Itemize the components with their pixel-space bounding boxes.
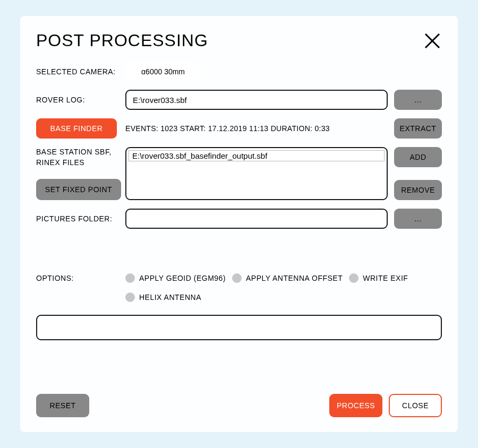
pictures-browse-button[interactable]: ... xyxy=(394,209,442,229)
add-file-button[interactable]: ADD xyxy=(394,147,442,167)
base-station-row: BASE STATION SBF, RINEX FILES SET FIXED … xyxy=(36,147,442,200)
option-apply-geoid[interactable]: APPLY GEOID (EGM96) xyxy=(125,273,226,283)
options-row-1: OPTIONS: APPLY GEOID (EGM96) APPLY ANTEN… xyxy=(36,273,442,283)
base-finder-button[interactable]: BASE FINDER xyxy=(36,118,117,139)
page-title: POST PROCESSING xyxy=(36,31,208,50)
list-item[interactable]: E:\rover033.sbf_basefinder_output.sbf xyxy=(129,150,385,161)
rover-log-input[interactable] xyxy=(125,90,388,110)
reset-button[interactable]: RESET xyxy=(36,394,89,417)
base-station-right: ADD REMOVE xyxy=(394,147,442,200)
option-label: APPLY ANTENNA OFFSET xyxy=(246,274,343,282)
pictures-folder-input[interactable] xyxy=(125,209,388,229)
footer-right: PROCESS CLOSE xyxy=(329,394,442,417)
extract-button[interactable]: EXTRACT xyxy=(394,118,442,139)
checkbox-icon xyxy=(125,292,135,302)
option-label: APPLY GEOID (EGM96) xyxy=(139,274,226,282)
base-station-left: BASE STATION SBF, RINEX FILES SET FIXED … xyxy=(36,147,125,200)
checkbox-icon xyxy=(349,273,358,283)
output-log-box[interactable] xyxy=(36,315,442,340)
checkbox-icon xyxy=(125,273,135,283)
checkbox-icon xyxy=(232,273,242,283)
set-fixed-point-button[interactable]: SET FIXED POINT xyxy=(36,179,121,200)
camera-value[interactable]: α6000 30mm xyxy=(125,62,201,81)
close-icon[interactable] xyxy=(423,31,442,50)
base-station-file-list[interactable]: E:\rover033.sbf_basefinder_output.sbf xyxy=(125,147,388,200)
base-finder-row: BASE FINDER EVENTS: 1023 START: 17.12.20… xyxy=(36,118,442,139)
option-helix-antenna[interactable]: HELIX ANTENNA xyxy=(125,292,201,302)
options-group-1: APPLY GEOID (EGM96) APPLY ANTENNA OFFSET… xyxy=(125,273,442,283)
rover-log-row: ROVER LOG: ... xyxy=(36,90,442,110)
rover-log-browse-button[interactable]: ... xyxy=(394,90,442,110)
rover-log-info: EVENTS: 1023 START: 17.12.2019 11:13 DUR… xyxy=(117,124,388,133)
header: POST PROCESSING xyxy=(36,31,442,50)
footer: RESET PROCESS CLOSE xyxy=(36,394,442,417)
options-label: OPTIONS: xyxy=(36,274,125,282)
option-write-exif[interactable]: WRITE EXIF xyxy=(349,273,408,283)
pictures-row: PICTURES FOLDER: ... xyxy=(36,209,442,229)
camera-label: SELECTED CAMERA: xyxy=(36,67,125,76)
option-label: HELIX ANTENNA xyxy=(139,293,201,301)
remove-file-button[interactable]: REMOVE xyxy=(394,180,442,200)
camera-row: SELECTED CAMERA: α6000 30mm xyxy=(36,62,442,81)
rover-log-label: ROVER LOG: xyxy=(36,96,125,104)
option-apply-antenna-offset[interactable]: APPLY ANTENNA OFFSET xyxy=(232,273,343,283)
process-button[interactable]: PROCESS xyxy=(329,394,382,417)
options-row-2: HELIX ANTENNA xyxy=(36,292,442,302)
pictures-label: PICTURES FOLDER: xyxy=(36,214,125,223)
post-processing-panel: POST PROCESSING SELECTED CAMERA: α6000 3… xyxy=(20,16,458,432)
close-button[interactable]: CLOSE xyxy=(389,394,442,417)
options-group-2: HELIX ANTENNA xyxy=(125,292,442,302)
option-label: WRITE EXIF xyxy=(363,274,408,282)
base-station-label: BASE STATION SBF, RINEX FILES xyxy=(36,147,125,168)
